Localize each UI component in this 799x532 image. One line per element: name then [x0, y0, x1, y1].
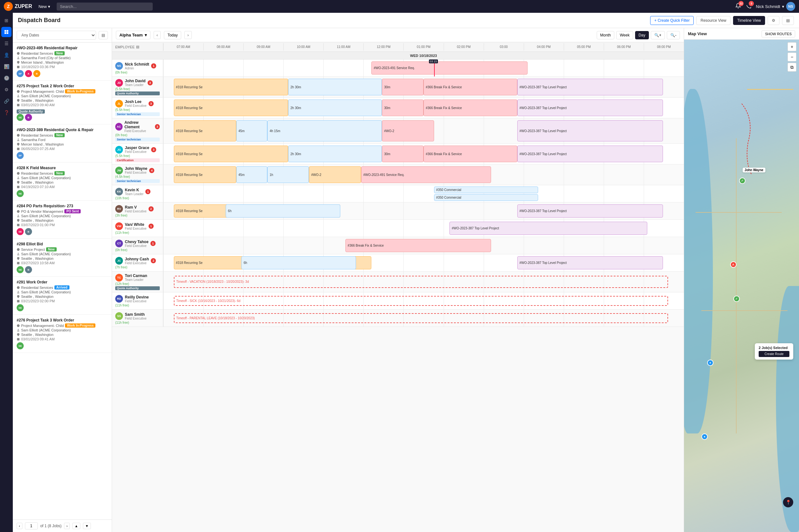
- timeline-bar[interactable]: #WO-2023-387 Top Level Project: [449, 222, 647, 235]
- week-view-button[interactable]: Week: [616, 31, 633, 39]
- timeline-bar[interactable]: 6h: [241, 256, 356, 269]
- settings-button[interactable]: ⚙: [768, 16, 779, 25]
- logo: Z ZUPER: [4, 2, 32, 11]
- user-menu[interactable]: Nick Schmidt ▾ NS: [756, 2, 795, 11]
- timeline-bar[interactable]: 30m: [382, 146, 424, 162]
- job-id: #WO-2023-495 Residential Repair: [17, 46, 108, 50]
- timeline-bar[interactable]: Timeoff - PARENTAL LEAVE (10/18/2023 - 1…: [174, 313, 668, 323]
- show-routes-button[interactable]: SHOW ROUTES: [762, 31, 795, 37]
- today-button[interactable]: Today: [164, 31, 181, 39]
- timeline-bar[interactable]: 1h: [267, 166, 309, 183]
- timeline-bar[interactable]: #366 Break Fix & Service: [346, 239, 491, 252]
- create-quick-filter-button[interactable]: + Create Quick Filter: [650, 16, 694, 25]
- month-view-button[interactable]: Month: [597, 31, 614, 39]
- timeline-bar[interactable]: #WO-2023-387 Top Level Project: [517, 256, 663, 269]
- timeline-bar[interactable]: #350 Commercial: [434, 187, 538, 193]
- list-item[interactable]: #276 Project Task 3 Work Order Project M…: [13, 315, 112, 353]
- timeline-bar[interactable]: 45m: [236, 120, 267, 141]
- map-layers-button[interactable]: ⧉: [787, 63, 796, 72]
- map-marker-2[interactable]: A: [730, 261, 737, 268]
- scroll-down-button[interactable]: ▼: [83, 523, 91, 529]
- timeline-bar[interactable]: #WO-2: [309, 166, 361, 183]
- timeline-bar[interactable]: 2h 30m: [288, 99, 382, 116]
- sidebar-icon-reports[interactable]: 📊: [1, 61, 12, 72]
- timeline-view-button[interactable]: Timeline View: [733, 16, 765, 25]
- list-item[interactable]: #298 Elliot Bid Service Project New Sam …: [13, 239, 112, 277]
- new-button[interactable]: New ▾: [36, 3, 53, 10]
- search-input[interactable]: [57, 3, 153, 11]
- svg-rect-16: [17, 148, 20, 150]
- timeline-bar[interactable]: #318 Recurring Se: [174, 99, 289, 116]
- timeline-bar[interactable]: #WO-2023-387 Top Level Project: [517, 79, 663, 95]
- job-filter-button[interactable]: ▤: [98, 31, 108, 39]
- map-body: ✓ A ✓ ● ● John Wayne + − ⧉: [684, 40, 799, 532]
- emp-avatar-wrapper: JC Johnny Cash Field Executive 2: [115, 257, 160, 265]
- sidebar-icon-time[interactable]: 🕐: [1, 73, 12, 83]
- timeline-bar[interactable]: #318 Recurring Se: [174, 146, 289, 162]
- scroll-up-button[interactable]: ▲: [72, 523, 80, 529]
- timeline-bar[interactable]: 2h 30m: [288, 79, 382, 95]
- timeline-slots: Timeoff - PARENTAL LEAVE (10/18/2023 - 1…: [163, 310, 684, 327]
- timeline-bar[interactable]: #WO-2023-387 Top Level Project: [517, 99, 663, 116]
- timeline-bar[interactable]: 30m: [382, 99, 424, 116]
- sidebar-icon-settings[interactable]: ⚙: [1, 84, 12, 95]
- notifications-btn[interactable]: 22: [735, 3, 741, 10]
- employee-filter-icon[interactable]: ▤: [136, 45, 139, 49]
- timeline-bar[interactable]: 30m: [382, 79, 424, 95]
- timeline-slots: #350 Commercial#350 Commercial: [163, 185, 684, 202]
- day-view-button[interactable]: Day: [635, 31, 649, 39]
- timeline-bar[interactable]: 45m: [236, 166, 267, 183]
- map-marker-5[interactable]: ●: [701, 434, 708, 440]
- timeline-bar[interactable]: Timeoff - VACATION (10/18/2023 - 10/20/2…: [174, 276, 668, 288]
- timeline-bar[interactable]: #318 Recurring Se: [174, 79, 289, 95]
- timeline-bar[interactable]: 4h 15m: [267, 120, 382, 141]
- list-item[interactable]: #291 Work Order Residential Services Arr…: [13, 277, 112, 315]
- timeline-bar[interactable]: #WO-2023-387 Top Level Project: [517, 120, 663, 141]
- sidebar-icon-contacts[interactable]: 👤: [1, 50, 12, 60]
- timeline-bar[interactable]: 6h: [226, 204, 340, 217]
- next-day-button[interactable]: ›: [184, 31, 191, 39]
- timeline-bar[interactable]: Timeoff - SICK (10/16/2023 - 10/21/2023)…: [174, 296, 668, 306]
- list-item[interactable]: #284 PO Parts Requisition- 273 PO & Vend…: [13, 201, 112, 239]
- timeline-bar[interactable]: #WO-2023-387 Top Level Project: [517, 204, 663, 217]
- timeline-bar[interactable]: #WO-2023-491 Service Req.: [361, 166, 491, 183]
- zoom-in-button[interactable]: 🔍+: [651, 31, 665, 39]
- timeline-bar[interactable]: #350 Commercial: [434, 194, 538, 201]
- timeline-bar[interactable]: #WO-2023-491 Service Req.: [371, 61, 527, 75]
- employee-name: Sam Smith: [125, 312, 147, 317]
- page-input[interactable]: [25, 522, 38, 529]
- list-item[interactable]: #275 Project Task 2 Work Order Project M…: [13, 81, 112, 125]
- create-route-button[interactable]: Create Route: [759, 351, 789, 357]
- current-time-badge: 03:15: [429, 59, 438, 63]
- zoom-out-map-button[interactable]: −: [787, 53, 796, 61]
- timeline-bar[interactable]: #366 Break Fix & Service: [424, 79, 517, 95]
- sidebar-icon-integrations[interactable]: 🔗: [1, 96, 12, 106]
- prev-day-button[interactable]: ‹: [154, 31, 161, 39]
- timeline-bar[interactable]: #366 Break Fix & Service: [424, 99, 517, 116]
- timeline-bar[interactable]: #318 Recurring Se: [174, 166, 236, 183]
- list-item[interactable]: #328 K Field Measure Residential Service…: [13, 163, 112, 201]
- sidebar-icon-help[interactable]: ❓: [1, 108, 12, 118]
- sidebar-icon-list[interactable]: ☰: [1, 38, 12, 49]
- filter-button[interactable]: ▤: [782, 16, 794, 25]
- gps-button[interactable]: 📍: [783, 497, 793, 507]
- timeline-bar[interactable]: #WO-2: [382, 120, 434, 141]
- date-filter[interactable]: Any Dates: [17, 31, 96, 40]
- team-selector[interactable]: Alpha Team ▾: [116, 31, 150, 39]
- prev-page-button[interactable]: ‹: [17, 523, 22, 529]
- timeline-bar[interactable]: #318 Recurring Se: [174, 120, 236, 141]
- alerts-btn[interactable]: 3: [746, 3, 751, 10]
- timeline-bar[interactable]: 2h 30m: [288, 146, 382, 162]
- resource-view-button[interactable]: Resource View: [696, 16, 730, 25]
- zoom-out-button[interactable]: 🔍-: [667, 31, 680, 39]
- employee-role: Team Leader: [125, 278, 147, 282]
- timeline-bar[interactable]: #366 Break Fix & Service: [424, 146, 517, 162]
- employee-col-spacer: EMPLOYEE ▤: [112, 43, 163, 51]
- next-page-button[interactable]: ›: [64, 523, 70, 529]
- list-item[interactable]: #WO-2023-389 Residential Quote & Repair …: [13, 125, 112, 163]
- timeline-bar[interactable]: #WO-2023-387 Top Level Project: [517, 146, 663, 162]
- zoom-in-map-button[interactable]: +: [787, 42, 796, 51]
- list-item[interactable]: #WO-2023-495 Residential Repair Resident…: [13, 42, 112, 81]
- sidebar-icon-home[interactable]: ⊞: [1, 15, 12, 25]
- sidebar-icon-dispatch[interactable]: [1, 27, 12, 37]
